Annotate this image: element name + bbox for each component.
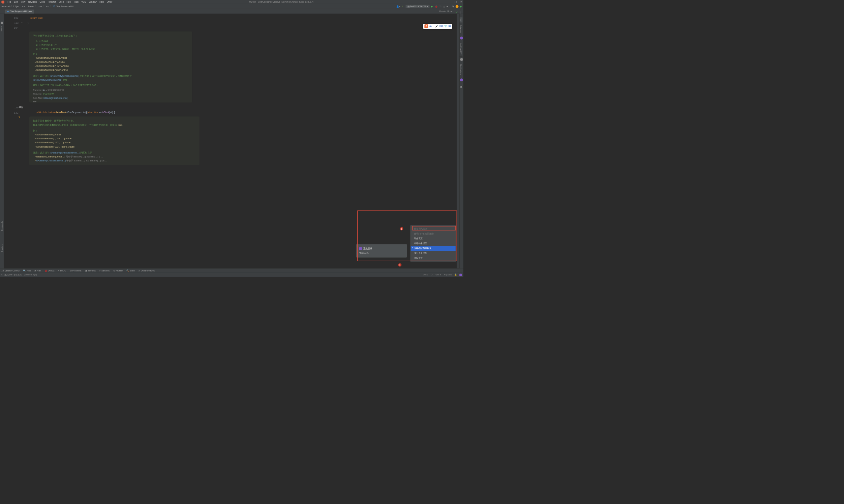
find-button[interactable]: 🔍 Find <box>23 269 31 272</box>
status-message-icon[interactable]: ☐ <box>1 274 3 276</box>
line-number: 132 <box>4 110 25 115</box>
database-tool-button[interactable]: Database <box>460 23 463 35</box>
breadcrumb-pkg-cn[interactable]: cn <box>22 5 25 8</box>
profile-icon[interactable]: ◷ <box>443 5 445 8</box>
sogou-ime-toolbar[interactable]: S 英 ·, 🎤 ⌨ 👕 ▦ <box>423 24 452 29</box>
tongyi-status-icon[interactable] <box>459 273 462 276</box>
ide-update-icon[interactable] <box>455 5 459 8</box>
profiler-button[interactable]: ◷ Profiler <box>114 269 123 272</box>
breadcrumb[interactable]: hutool-all-5.6.7.jar〉 cn〉 hutool〉 core〉 … <box>1 5 73 8</box>
minimize-icon[interactable]: — <box>449 1 451 3</box>
ctx-logout[interactable]: 登出通义灵码 <box>411 251 455 256</box>
maven-tool-button[interactable]: m <box>460 17 463 23</box>
menu-code[interactable]: Code <box>38 1 47 3</box>
menu-navigate[interactable]: Navigate <box>27 1 38 3</box>
nexchatgpt-icon[interactable] <box>460 37 463 39</box>
menu-build[interactable]: Build <box>57 1 65 3</box>
notification-tongyi[interactable]: 通义灵码 登录成功。 <box>356 244 407 257</box>
menu-window[interactable]: Window <box>87 1 98 3</box>
line-separator[interactable]: LF <box>431 273 433 276</box>
run-configuration-dropdown[interactable]: ▤ Test2024010703 ▾ <box>406 5 430 8</box>
code-content[interactable]: return true; } <box>25 16 458 30</box>
debug-button[interactable]: 🐞 Debug <box>45 269 54 272</box>
mic-icon[interactable]: 🎤 <box>435 25 438 28</box>
lightbulb-icon[interactable]: ✎ <box>18 116 20 119</box>
jd-advice: 建议：仅对于客户端（或第三方接口）传入的参数使用该方法。 <box>33 83 189 87</box>
run-button[interactable]: ▶ Run <box>35 269 41 272</box>
notifications-icon[interactable] <box>460 58 463 61</box>
indent[interactable]: 4 spaces <box>444 273 452 276</box>
breadcrumb-pkg-hutool[interactable]: hutool <box>28 5 34 8</box>
breadcrumb-class[interactable]: CharSequenceUtil <box>56 5 73 8</box>
fold-icon[interactable]: ⌃ <box>21 20 23 25</box>
terminal-button[interactable]: ▣ Terminal <box>85 269 96 272</box>
menu-vcs[interactable]: VCS <box>80 1 87 3</box>
notifications-tool-button[interactable]: Notifications <box>460 62 463 77</box>
build-hammer-icon[interactable]: ⤹ <box>402 5 403 8</box>
intention-actions-icon[interactable]: ↻ ▾ <box>33 101 37 103</box>
maximize-icon[interactable]: ▢ <box>455 1 457 3</box>
jd-link[interactable]: isAllBlank(CharSequence...) <box>36 159 66 162</box>
grid-icon[interactable]: ▦ <box>448 25 451 28</box>
debug-icon[interactable]: 🐞 <box>435 5 437 8</box>
menu-refactor[interactable]: Refactor <box>47 1 58 3</box>
jd-link[interactable]: isNotEmpty(CharSequence) <box>33 78 62 81</box>
jd-link[interactable]: isBlank(CharSequence) <box>44 96 68 99</box>
close-icon[interactable]: ✕ <box>460 1 462 3</box>
sogou-logo-icon: S <box>425 24 428 28</box>
keyboard-icon[interactable]: ⌨ <box>440 25 443 28</box>
ime-lang[interactable]: 英 <box>429 25 432 28</box>
structure-tool-button[interactable]: Structure <box>0 243 3 254</box>
problems-button[interactable]: ⊘ Problems <box>70 269 82 272</box>
tongyi-tool-button[interactable]: 通义灵码 <box>460 83 463 87</box>
project-tool-button[interactable]: Project <box>0 25 3 34</box>
tongyi-icon[interactable] <box>460 78 463 82</box>
ctx-cloud-model[interactable]: 云端模型自动触发 <box>411 246 455 251</box>
jd-link[interactable]: isAllBlank(CharSequence...) <box>50 151 80 154</box>
project-tool-icon[interactable] <box>1 22 3 24</box>
menu-other[interactable]: Other <box>105 1 114 3</box>
lock-icon[interactable]: 🔒 <box>454 273 457 276</box>
search-icon[interactable]: Q <box>452 5 454 8</box>
encoding[interactable]: UTF-8 <box>435 273 441 276</box>
menu-view[interactable]: View <box>19 1 27 3</box>
navigation-bar: hutool-all-5.6.7.jar〉 cn〉 hutool〉 core〉 … <box>0 4 463 9</box>
ctx-local-model[interactable]: 本地补全模型 <box>411 241 455 246</box>
status-message[interactable]: 通义灵码: 登录成功。 (a minute ago) <box>4 273 37 276</box>
breadcrumb-pkg-core[interactable]: core <box>38 5 42 8</box>
bookmarks-tool-button[interactable]: Bookmarks <box>0 219 3 232</box>
menu-edit[interactable]: Edit <box>13 1 19 3</box>
tab-options-icon[interactable]: ⋮ <box>460 11 462 14</box>
code-editor[interactable]: 102 103⌃ 104 return true; } 字符串是否为非空白，非空… <box>4 14 459 268</box>
menu-help[interactable]: Help <box>98 1 105 3</box>
breadcrumb-pkg-text[interactable]: text <box>46 5 49 8</box>
todo-button[interactable]: ≡ TODO <box>58 269 66 272</box>
run-icon[interactable]: ▶ <box>431 5 433 8</box>
ctx-advanced[interactable]: 高级设置 <box>411 256 455 260</box>
skin-icon[interactable]: 👕 <box>444 25 447 28</box>
menu-run[interactable]: Run <box>65 1 72 3</box>
version-control-button[interactable]: ⎇ Version Control <box>1 269 19 272</box>
services-button[interactable]: ▸ Services <box>100 269 110 272</box>
coverage-icon[interactable]: ↻ <box>440 5 441 8</box>
file-tab-charsequenceutil[interactable]: CharSequenceUtil.java <box>5 10 34 14</box>
gutter: 102 103⌃ 104 <box>4 16 25 30</box>
user-icon[interactable]: 👤▾ <box>396 5 400 8</box>
nexchatgpt-tool-button[interactable]: NexChatGPT <box>460 41 463 56</box>
ime-punct[interactable]: ·, <box>433 25 434 28</box>
breadcrumb-jar[interactable]: hutool-all-5.6.7.jar <box>1 5 19 8</box>
editor-scrollbar[interactable] <box>457 14 460 268</box>
jetbrains-toolbox-icon[interactable]: ▶ <box>460 5 462 8</box>
ctx-completion-settings[interactable]: 补全设置 <box>411 236 455 241</box>
stop-icon[interactable]: ■ <box>447 5 448 8</box>
code-line-129[interactable]: public static boolean isNotBlank(CharSeq… <box>31 105 115 110</box>
override-gutter-icon[interactable]: @ <box>19 105 22 108</box>
menu-tools[interactable]: Tools <box>72 1 80 3</box>
menu-file[interactable]: File <box>6 1 13 3</box>
build-button[interactable]: 🔨 Build <box>126 269 135 272</box>
jd-link[interactable]: isNotEmpty(CharSequence) <box>50 74 80 77</box>
reader-mode-toggle[interactable]: Reader Mode <box>440 10 453 13</box>
java-class-icon <box>7 11 8 12</box>
dependencies-button[interactable]: ⇲ Dependencies <box>138 269 155 272</box>
caret-position[interactable]: 105:1 <box>423 273 428 276</box>
